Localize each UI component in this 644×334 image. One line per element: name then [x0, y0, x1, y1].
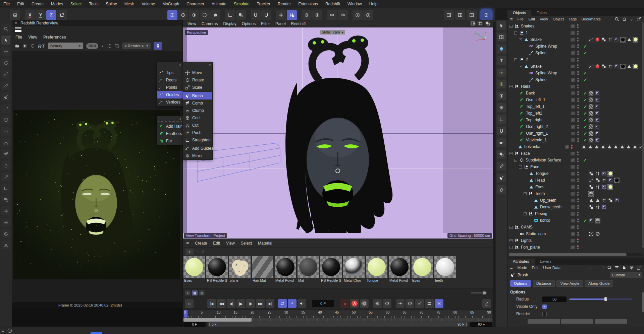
enabled-check[interactable]: ✓	[582, 97, 588, 103]
material-item[interactable]: teeth	[434, 256, 457, 282]
tool-brush[interactable]: Brush	[183, 92, 212, 99]
menu-animate[interactable]: Animate	[212, 2, 226, 6]
tab-takes[interactable]: Takes	[531, 10, 552, 16]
mirror-tool-icon[interactable]	[1, 127, 10, 136]
tree-row[interactable]: −Face	[507, 163, 644, 170]
material-item[interactable]: Metal Powd	[275, 256, 297, 282]
close-icon[interactable]: ×	[15, 21, 17, 25]
tree-row[interactable]: Osn_right_1✓	[507, 130, 644, 137]
enabled-check[interactable]: ✓	[582, 118, 588, 123]
phong-tag[interactable]	[594, 97, 600, 103]
tool-curl[interactable]: Curl	[183, 114, 212, 122]
material-yellow[interactable]	[607, 184, 613, 190]
attr-tab-distance[interactable]: Distance	[533, 280, 555, 287]
object-name[interactable]: Tongue	[535, 171, 571, 176]
layout-2-icon[interactable]	[455, 10, 465, 20]
tool-push[interactable]: Push	[183, 129, 212, 136]
add-material-button[interactable]: +	[185, 249, 194, 255]
tree-row[interactable]: −Snake	[507, 36, 644, 43]
selection-key-button[interactable]	[373, 299, 382, 308]
triangle-tag[interactable]	[606, 144, 612, 150]
y-axis-button[interactable]: Y	[36, 10, 46, 20]
material-item[interactable]: Mat	[298, 256, 320, 282]
triangle-tag[interactable]	[595, 198, 600, 203]
phong-tag[interactable]	[614, 198, 620, 203]
text-tool-icon[interactable]	[497, 56, 506, 65]
tree-row[interactable]: Osn_right_2✓	[507, 123, 644, 130]
texture-tag[interactable]	[588, 171, 594, 177]
tree-row[interactable]: Spline Wrap✓	[507, 70, 644, 76]
play-button[interactable]: ▶	[236, 299, 245, 308]
tree-row[interactable]: −1	[507, 29, 644, 36]
object-name[interactable]: Lights	[521, 238, 571, 243]
compass-icon[interactable]	[497, 91, 506, 100]
collapse-icon[interactable]: −	[519, 38, 522, 41]
menu-edit[interactable]: Edit	[17, 2, 24, 6]
tree-row[interactable]: Top_right✓	[507, 117, 644, 123]
viewport-menu-cameras[interactable]: Cameras	[202, 21, 218, 26]
visibility-dots[interactable]	[577, 185, 580, 189]
refresh-icon[interactable]	[30, 44, 35, 48]
object-name[interactable]: Osn_left_1	[526, 97, 571, 102]
material-menu-create[interactable]: Create	[195, 241, 207, 246]
layer-chip[interactable]	[571, 192, 575, 196]
layer-chip[interactable]	[571, 158, 575, 162]
material-item[interactable]: plane	[229, 256, 251, 282]
magnet-tool-icon[interactable]	[1, 115, 10, 124]
collapse-icon[interactable]: −	[509, 25, 513, 28]
symmetry-icon[interactable]	[327, 10, 337, 20]
phong-tag[interactable]	[594, 90, 600, 96]
attribute-menu-icon[interactable]: ≡	[510, 265, 513, 270]
visibility-dots[interactable]	[577, 84, 580, 88]
visibility-dots[interactable]	[577, 192, 580, 196]
grid-tool-icon[interactable]	[1, 206, 10, 215]
pointer-icon[interactable]	[497, 21, 506, 30]
hatch-tag[interactable]	[588, 104, 594, 109]
object-name[interactable]: Top_left_1	[526, 104, 571, 109]
object-menu-file[interactable]: File	[518, 17, 524, 21]
triangle-tag[interactable]	[626, 64, 632, 69]
layer-chip[interactable]	[571, 105, 575, 109]
goto-start-button[interactable]: |◀	[207, 299, 216, 308]
material-menu-material[interactable]: Material	[258, 241, 272, 246]
menu-redshift[interactable]: Redshift	[325, 2, 340, 6]
hatch-tag[interactable]	[588, 111, 594, 116]
visibility-dots[interactable]	[577, 245, 580, 249]
menu-icon[interactable]	[15, 27, 21, 32]
layer-chip[interactable]	[571, 58, 575, 62]
object-menu-bookmarks[interactable]: Bookmarks	[581, 17, 601, 21]
menu-extensions[interactable]: Extensions	[298, 2, 318, 6]
visibility-dots[interactable]	[577, 151, 580, 155]
tree-row[interactable]: bolvanka	[507, 143, 644, 150]
search-icon[interactable]	[614, 17, 619, 21]
visibility-dots[interactable]	[577, 172, 580, 176]
object-name[interactable]: Snake	[530, 37, 571, 42]
clump-tool-icon[interactable]	[1, 138, 10, 147]
object-name[interactable]: Pirsing	[535, 211, 571, 216]
z-axis-button[interactable]: Z	[46, 10, 56, 20]
single-view-icon[interactable]	[470, 21, 476, 26]
texture-tag[interactable]	[588, 184, 594, 190]
layer-chip[interactable]	[571, 51, 575, 55]
visibility-dots[interactable]	[577, 218, 580, 222]
thumbnail-size-slider[interactable]	[471, 292, 487, 293]
phong-tag[interactable]	[594, 124, 600, 130]
viewport-menu-panel[interactable]: Panel	[275, 21, 286, 26]
collapse-icon[interactable]: −	[509, 85, 513, 88]
material-item[interactable]: Eyes	[183, 256, 206, 282]
enabled-check[interactable]: ✓	[582, 104, 588, 109]
tree-row[interactable]: Static_cam	[507, 230, 644, 237]
hatch-tag[interactable]	[588, 90, 594, 96]
rotation-key-toggle[interactable]	[406, 299, 414, 308]
menu-simulate[interactable]: Simulate	[234, 2, 250, 6]
visibility-dots[interactable]	[577, 105, 580, 109]
visibility-dots[interactable]	[577, 111, 580, 115]
tree-row[interactable]: −Face	[507, 150, 644, 157]
keying-settings-button[interactable]	[360, 299, 369, 308]
hatch-tag[interactable]	[588, 137, 594, 143]
object-name[interactable]: 1	[526, 30, 571, 35]
object-name[interactable]: Snake	[530, 64, 571, 69]
tool-cut[interactable]: Cut	[183, 122, 212, 129]
material-menu-edit[interactable]: Edit	[213, 241, 220, 246]
next-frame-button[interactable]: |▶	[246, 299, 255, 308]
